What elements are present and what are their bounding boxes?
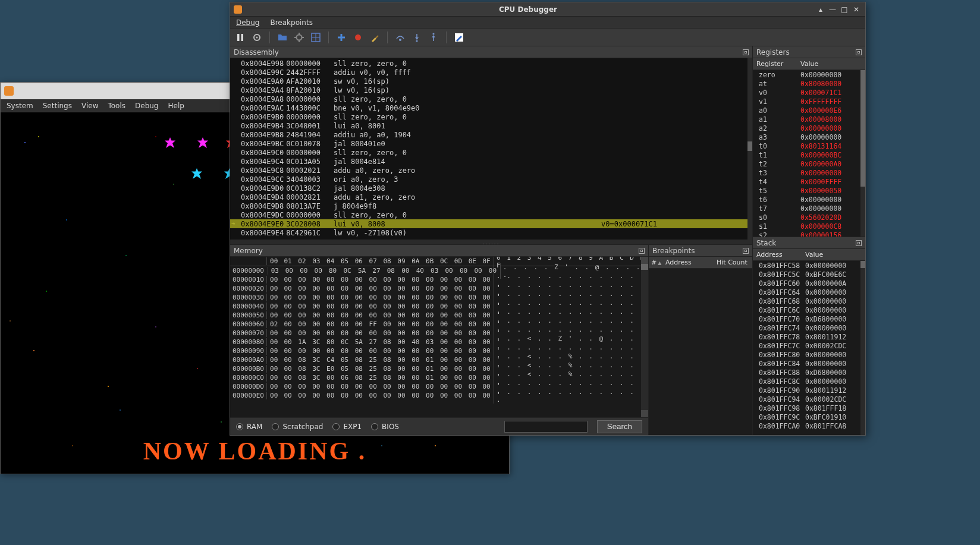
maximize-button[interactable]: □ xyxy=(839,5,850,14)
stack-row[interactable]: 0x801FFC700xD6800000 xyxy=(753,314,865,323)
menu-system[interactable]: System xyxy=(7,102,33,110)
memory-grid[interactable]: 000102030405060708090A0B0C0D0E0F0 1 2 3 … xyxy=(230,257,648,417)
step-out-button[interactable] xyxy=(427,31,440,44)
disasm-row[interactable]: 0x8004E9E03C028008lui v0, 8008v0=0x00007… xyxy=(230,219,752,228)
register-row[interactable]: t70x00000000 xyxy=(753,204,865,213)
stack-row[interactable]: 0x801FFC640x00000000 xyxy=(753,288,865,297)
register-row[interactable]: s20x00000156 xyxy=(753,231,865,237)
stack-body[interactable]: 0x801FFC580x000000000x801FFC5C0xBFC00E6C… xyxy=(753,261,865,435)
disasm-row[interactable]: 0x8004E9DC00000000sll zero, zero, 0 xyxy=(230,210,752,219)
clear-breakpoints-button[interactable] xyxy=(368,31,381,44)
toggle-breakpoint-button[interactable] xyxy=(351,31,365,44)
register-row[interactable]: s00x5602020D xyxy=(753,213,865,222)
scrollbar[interactable] xyxy=(860,70,865,237)
step-in-button[interactable] xyxy=(410,31,423,44)
minimize-button[interactable]: — xyxy=(827,5,838,14)
stack-row[interactable]: 0x801FFC9C0xBFC01910 xyxy=(753,412,865,421)
disasm-row[interactable]: 0x8004E9A800000000sll zero, zero, 0 xyxy=(230,94,752,103)
menu-tools[interactable]: Tools xyxy=(108,102,125,110)
stack-row[interactable]: 0x801FFC7C0x00002CDC xyxy=(753,341,865,350)
register-row[interactable]: v00x000071C1 xyxy=(753,88,865,97)
stack-row[interactable]: 0x801FFC680x00000000 xyxy=(753,297,865,305)
memory-search-input[interactable] xyxy=(504,421,588,433)
edit-button[interactable] xyxy=(453,31,466,44)
disasm-row[interactable]: 0x8004E9AC1443000Cbne v0, v1, 8004e9e0 xyxy=(230,103,752,112)
scrollbar[interactable] xyxy=(747,58,752,240)
expand-icon[interactable] xyxy=(856,49,862,55)
expand-icon[interactable] xyxy=(743,49,749,55)
disasm-row[interactable]: 0x8004E9A48FA20010lw v0, 16(sp) xyxy=(230,86,752,94)
register-row[interactable]: a30x00000000 xyxy=(753,133,865,141)
register-row[interactable]: s10x000000C8 xyxy=(753,222,865,231)
register-row[interactable]: at0x80080000 xyxy=(753,79,865,88)
register-row[interactable]: a20x00000000 xyxy=(753,124,865,133)
disasm-row[interactable]: 0x8004E9B43C048001lui a0, 8001 xyxy=(230,121,752,130)
register-row[interactable]: t00x80131164 xyxy=(753,141,865,150)
options-button[interactable] xyxy=(293,31,306,44)
radio-exp1[interactable]: EXP1 xyxy=(332,423,362,431)
stack-row[interactable]: 0x801FFC840x00000000 xyxy=(753,359,865,368)
stack-row[interactable]: 0x801FFC5C0xBFC00E6C xyxy=(753,270,865,279)
menu-debug[interactable]: Debug xyxy=(236,18,259,27)
menu-settings[interactable]: Settings xyxy=(43,102,72,110)
register-row[interactable]: t60x00000000 xyxy=(753,195,865,204)
register-row[interactable]: t10x000000BC xyxy=(753,150,865,159)
register-row[interactable]: t40x0000FFFF xyxy=(753,177,865,186)
stack-row[interactable]: 0x801FFC940x00002CDC xyxy=(753,395,865,404)
stack-row[interactable]: 0x801FFC6C0x00000000 xyxy=(753,305,865,314)
stack-row[interactable]: 0x801FFC980x801FFF18 xyxy=(753,404,865,412)
disasm-row[interactable]: 0x8004E9D00C0138C2jal 8004e308 xyxy=(230,184,752,193)
register-row[interactable]: t50x00000050 xyxy=(753,186,865,195)
radio-ram[interactable]: RAM xyxy=(236,423,262,431)
register-row[interactable]: t20x000000A0 xyxy=(753,159,865,168)
menu-debug[interactable]: Debug xyxy=(135,102,158,110)
stack-row[interactable]: 0x801FFC600x0000000A xyxy=(753,279,865,288)
menu-breakpoints[interactable]: Breakpoints xyxy=(270,18,312,27)
add-breakpoint-button[interactable] xyxy=(335,31,348,44)
menu-view[interactable]: View xyxy=(81,102,98,110)
splitter[interactable]: ...... xyxy=(230,240,752,244)
memory-row[interactable]: 000000E000000000000000000000000000000000… xyxy=(230,391,648,400)
disassembly-listing[interactable]: 0x8004E99800000000sll zero, zero, 00x800… xyxy=(230,58,752,240)
step-over-button[interactable] xyxy=(394,31,407,44)
stack-row[interactable]: 0x801FFC780x80011912 xyxy=(753,332,865,341)
disasm-row[interactable]: 0x8004E9CC34040003ori a0, zero, 3 xyxy=(230,175,752,184)
breakpoints-body[interactable] xyxy=(649,269,752,435)
disasm-row[interactable]: 0x8004E9D808013A7Ej 8004e9f8 xyxy=(230,201,752,210)
stack-row[interactable]: 0x801FFC8C0x00000000 xyxy=(753,377,865,386)
open-button[interactable] xyxy=(276,31,289,44)
disasm-row[interactable]: 0x8004E9D400002821addu a1, zero, zero xyxy=(230,193,752,201)
stack-row[interactable]: 0x801FFC740x00000000 xyxy=(753,323,865,332)
debugger-titlebar[interactable]: CPU Debugger ▴ — □ ✕ xyxy=(230,2,865,17)
radio-bios[interactable]: BIOS xyxy=(371,423,399,431)
disasm-row[interactable]: 0x8004E9C40C013A05jal 8004e814 xyxy=(230,157,752,166)
rollup-button[interactable]: ▴ xyxy=(815,5,826,14)
layout-button[interactable] xyxy=(309,31,322,44)
stack-row[interactable]: 0x801FFC880xD6800000 xyxy=(753,368,865,377)
register-row[interactable]: zero0x00000000 xyxy=(753,70,865,79)
register-row[interactable]: t30x00000000 xyxy=(753,168,865,177)
stack-row[interactable]: 0x801FFC580x00000000 xyxy=(753,261,865,270)
expand-icon[interactable] xyxy=(639,248,645,254)
disasm-row[interactable]: 0x8004E99C2442FFFFaddiu v0, v0, ffff xyxy=(230,68,752,77)
expand-icon[interactable] xyxy=(856,240,862,246)
radio-scratchpad[interactable]: Scratchpad xyxy=(272,423,323,431)
stack-row[interactable]: 0x801FFCA00x801FFCA8 xyxy=(753,421,865,430)
memory-search-button[interactable]: Search xyxy=(597,420,642,433)
scrollbar[interactable] xyxy=(641,257,648,417)
settings-button[interactable] xyxy=(250,31,263,44)
scrollbar[interactable] xyxy=(860,261,865,435)
registers-body[interactable]: zero0x00000000at0x80080000v00x000071C1v1… xyxy=(753,70,865,237)
disasm-row[interactable]: 0x8004E99800000000sll zero, zero, 0 xyxy=(230,59,752,68)
pause-button[interactable] xyxy=(234,31,247,44)
stack-row[interactable]: 0x801FFC900x80011912 xyxy=(753,386,865,395)
disasm-row[interactable]: 0x8004E9BC0C010078jal 800401e0 xyxy=(230,139,752,148)
disasm-row[interactable]: 0x8004E9B000000000sll zero, zero, 0 xyxy=(230,112,752,121)
register-row[interactable]: v10xFFFFFFFF xyxy=(753,97,865,106)
disasm-row[interactable]: 0x8004E9B824841904addiu a0, a0, 1904 xyxy=(230,130,752,139)
disasm-row[interactable]: 0x8004E9C000000000sll zero, zero, 0 xyxy=(230,148,752,157)
register-row[interactable]: a10x00008000 xyxy=(753,115,865,124)
disasm-row[interactable]: 0x8004E9A0AFA20010sw v0, 16(sp) xyxy=(230,77,752,86)
disasm-row[interactable]: 0x8004E9E48C42961Clw v0, -27108(v0) xyxy=(230,228,752,237)
expand-icon[interactable] xyxy=(743,248,749,254)
